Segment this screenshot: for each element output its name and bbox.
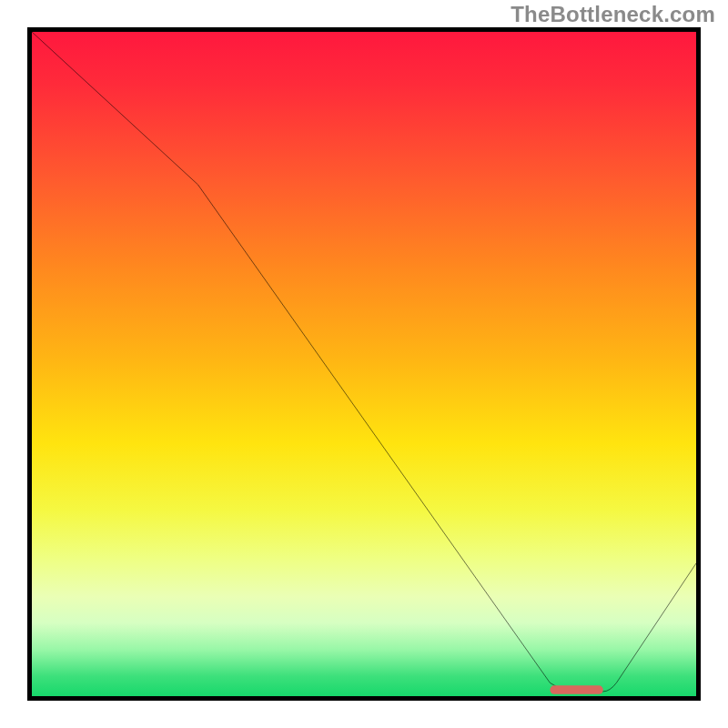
plot-area [27,27,701,701]
watermark-text: TheBottleneck.com [511,2,715,27]
sweet-spot-marker [550,685,602,693]
chart-overlay [32,32,696,696]
bottleneck-curve [32,32,696,692]
chart-container: TheBottleneck.com [0,0,728,728]
